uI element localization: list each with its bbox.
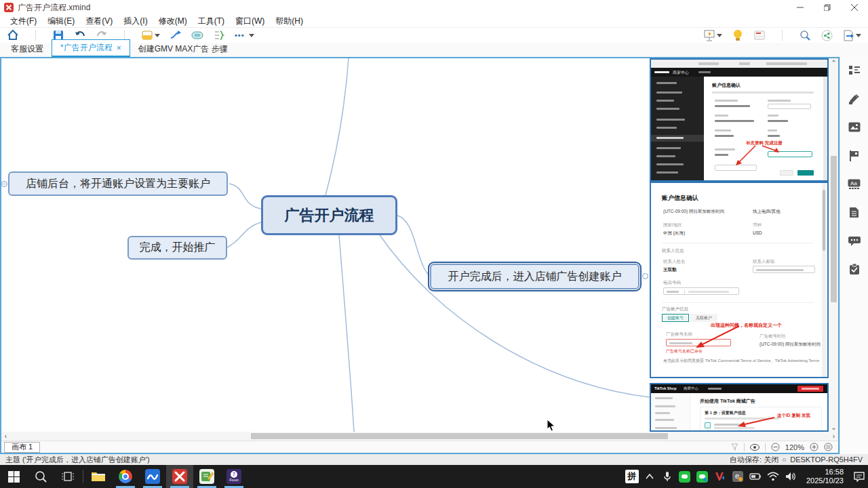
shot3-arrow <box>651 384 827 432</box>
theme-button[interactable] <box>141 29 160 41</box>
task-panel-icon[interactable] <box>847 262 861 277</box>
attached-screenshot-account-confirm-form[interactable]: 账户信息确认 (UTC-09:00) 阿拉斯加标准时间 线上电商/其他 国家/地… <box>650 182 829 378</box>
shot1-confirm-button <box>797 170 814 176</box>
blue-app-icon[interactable] <box>139 465 166 488</box>
zoom-in-icon[interactable] <box>810 443 818 451</box>
tab-customer-service[interactable]: 客服设置 <box>3 41 52 57</box>
horizontal-scroll-thumb[interactable] <box>251 433 668 439</box>
search-icon[interactable] <box>799 29 811 41</box>
tab-ad-account-flow[interactable]: *广告开户流程 × <box>52 39 130 57</box>
task-view-icon[interactable] <box>54 465 81 488</box>
app-root: 广告开户流程.xmind 文件(F) 编辑(E) 查看(V) 插入(I) 修改(… <box>0 0 868 488</box>
clock-time: 16:58 <box>806 468 844 476</box>
microphone-icon[interactable] <box>658 471 676 482</box>
scroll-up-icon[interactable]: ⌃ <box>829 58 838 67</box>
fit-map-icon[interactable] <box>824 443 833 451</box>
shot1-scrollbar <box>823 77 827 180</box>
xmind-taskbar-icon[interactable] <box>166 465 193 488</box>
start-button[interactable] <box>0 465 27 488</box>
topic-handle[interactable] <box>642 273 648 279</box>
image-panel-icon[interactable] <box>847 120 861 134</box>
canvas-horizontal-scrollbar[interactable]: ‹ › <box>1 432 838 441</box>
editor-app-icon[interactable] <box>193 465 220 488</box>
scroll-down-icon[interactable]: ⌄ <box>829 423 838 432</box>
volume-icon[interactable] <box>782 472 800 481</box>
tab-close-icon[interactable]: × <box>117 43 121 53</box>
share-icon[interactable] <box>821 29 833 41</box>
foun-app-icon[interactable]: 7 Foun <box>220 465 248 488</box>
menu-modify[interactable]: 修改(M) <box>154 14 192 28</box>
red-v-app-icon[interactable] <box>711 472 729 481</box>
chevron-down-icon <box>717 34 722 37</box>
marker-flag-icon[interactable] <box>847 148 861 163</box>
menu-view[interactable]: 查看(V) <box>81 14 117 28</box>
file-explorer-icon[interactable] <box>85 465 112 488</box>
attached-screenshot-shop-ads-start[interactable]: TikTok Shop 商家中心 开始使用 TikTok 商城广告 第 <box>650 383 829 432</box>
notes-panel-icon[interactable] <box>847 205 861 220</box>
action-center-icon[interactable] <box>850 472 868 482</box>
windows-taskbar: 7 Foun 拼 e 16:58 2025/10/23 <box>0 465 868 488</box>
collapse-handle[interactable]: + <box>1 181 7 187</box>
scroll-left-icon[interactable]: ‹ <box>1 432 10 441</box>
menu-tools[interactable]: 工具(T) <box>193 14 229 28</box>
device-tray-icon[interactable] <box>747 472 764 481</box>
topic-store-backend[interactable]: 店铺后台，将开通账户设置为主要账户 <box>8 171 228 196</box>
topic-after-open-selected[interactable]: 开户完成后，进入店铺广告创建账户 <box>430 264 639 289</box>
zoom-out-icon[interactable] <box>771 443 780 451</box>
device-name: DESKTOP-RQ5H4FV <box>790 455 863 464</box>
chrome-icon[interactable] <box>112 465 139 488</box>
browser-strip <box>651 60 827 68</box>
chevron-down-icon <box>856 34 861 37</box>
outline-panel-icon[interactable] <box>847 63 861 77</box>
export-button[interactable] <box>842 29 861 41</box>
shot1-topbar: 商家中心 <box>651 68 827 77</box>
shot1-nav-label: 商家中心 <box>673 70 689 76</box>
e-tray-icon[interactable]: e <box>729 471 747 482</box>
menu-insert[interactable]: 插入(I) <box>119 14 152 28</box>
taskbar-search-icon[interactable] <box>27 465 54 488</box>
central-topic[interactable]: 广告开户流程 <box>261 195 397 235</box>
attached-screenshot-account-confirm-modal[interactable]: 商家中心 账户信息确认 <box>650 58 829 182</box>
filter-icon[interactable] <box>731 443 738 451</box>
wifi-icon[interactable] <box>764 472 782 481</box>
menu-edit[interactable]: 编辑(E) <box>43 14 79 28</box>
eye-icon[interactable] <box>750 444 760 451</box>
zoom-level: 120% <box>785 443 804 451</box>
topic-finish-promote[interactable]: 完成，开始推广 <box>127 236 227 260</box>
scroll-right-icon[interactable]: › <box>829 432 838 441</box>
shot1-cancel-button <box>780 170 793 176</box>
menu-help[interactable]: 帮助(H) <box>271 14 308 28</box>
sticker-label-icon[interactable]: Aa <box>847 177 861 191</box>
wecom-icon[interactable] <box>694 471 711 483</box>
maximize-icon[interactable] <box>814 0 841 15</box>
home-icon[interactable] <box>7 29 19 41</box>
tab-gmv-max-steps[interactable]: 创建GMV MAX广告 步骤 <box>130 41 236 57</box>
wechat-icon[interactable] <box>676 471 694 483</box>
mindmap-canvas[interactable]: + 店铺后台，将开通账户设置为主要账户 广告开户流程 完成，开始推广 开户完成后… <box>1 58 838 432</box>
canvas-vertical-scrollbar[interactable]: ⌃ ⌄ <box>829 58 838 432</box>
close-icon[interactable] <box>841 0 868 15</box>
boundary-icon[interactable] <box>191 29 203 41</box>
more-tools-button[interactable]: ••• <box>235 31 254 39</box>
format-brush-icon[interactable] <box>847 92 861 106</box>
mouse-cursor <box>547 419 555 432</box>
comments-panel-icon[interactable] <box>847 234 861 248</box>
shot2-scrollbar <box>822 183 826 377</box>
title-bar: 广告开户流程.xmind <box>0 0 868 15</box>
vertical-scroll-thumb[interactable] <box>831 156 837 302</box>
ime-indicator[interactable]: 拼 <box>623 470 641 483</box>
menu-window[interactable]: 窗口(W) <box>231 14 269 28</box>
lightbulb-icon[interactable] <box>732 29 744 41</box>
shot2-arrow <box>651 183 827 377</box>
document-tab-bar: 客服设置 *广告开户流程 × 创建GMV MAX广告 步骤 <box>0 43 868 57</box>
sheet-tab-canvas1[interactable]: 画布 1 <box>4 442 40 453</box>
relationship-icon[interactable] <box>170 29 182 41</box>
summary-icon[interactable] <box>213 29 225 41</box>
tray-chevron-up-icon[interactable] <box>641 474 658 479</box>
taskbar-clock[interactable]: 16:58 2025/10/23 <box>800 468 850 485</box>
menu-file[interactable]: 文件(F) <box>5 14 41 28</box>
status-bar: 主题 ('开户完成后，进入店铺广告创建账户') 自动保存: 关闭 DESKTOP… <box>0 454 868 465</box>
presentation-button[interactable] <box>703 29 722 41</box>
notes-icon[interactable] <box>753 29 766 41</box>
minimize-icon[interactable] <box>787 0 814 15</box>
